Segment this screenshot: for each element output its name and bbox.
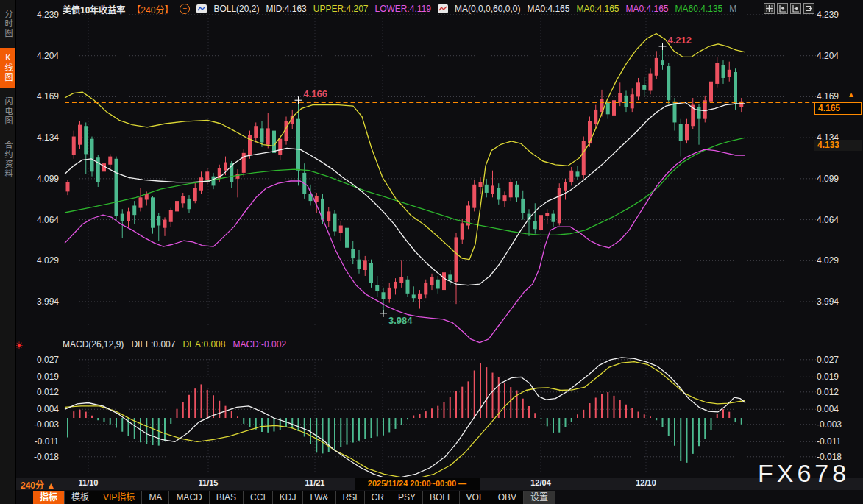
macd-header: MACD(26,12,9) DIFF:0.007 DEA:0.008 MACD:… [63, 339, 286, 349]
chart-canvas[interactable]: 4.1663.9844.212 [0, 0, 863, 477]
price-tick-left: 4.099 [21, 174, 59, 184]
toolbar-item-RSI[interactable]: RSI [336, 491, 365, 504]
toolbar-item-CCI[interactable]: CCI [244, 491, 273, 504]
timeframe-selector[interactable]: 240分 ▲ [21, 478, 55, 491]
macd-tick-right: 0.027 [817, 355, 855, 365]
macd-tick-right: 0.019 [817, 372, 855, 382]
price-tick-left: 4.029 [21, 255, 59, 266]
macd-tick-left: -0.003 [21, 419, 59, 430]
price-tick-right: 4.239 [817, 10, 855, 20]
price-tick-right: 4.029 [817, 255, 855, 266]
boll-lower-value: LOWER:4.119 [375, 4, 431, 14]
price-tick-left: 4.239 [21, 10, 59, 20]
current-price-line [65, 102, 846, 103]
toolbar-item-CR[interactable]: CR [365, 491, 391, 504]
macd-tick-left: 0.019 [21, 372, 59, 382]
svg-text:3.984: 3.984 [388, 315, 413, 326]
toolbar-item-OBV[interactable]: OBV [491, 491, 524, 504]
date-tick: 11/10 [71, 478, 106, 487]
popout-icon[interactable] [803, 3, 814, 14]
macd-macd-value: MACD:-0.002 [232, 339, 286, 349]
line-chart-icon [438, 4, 448, 13]
crosshair-icon[interactable] [764, 3, 775, 14]
toolbar-item-BIAS[interactable]: BIAS [210, 491, 244, 504]
axis-scale-up-icon[interactable] [777, 3, 788, 14]
boll-mid-value: MID:4.163 [266, 4, 306, 14]
toolbar-item-LW&[interactable]: LW& [303, 491, 335, 504]
price-tick-right: 4.204 [817, 51, 855, 61]
macd-tick-left: -0.018 [21, 452, 59, 462]
price-tick-left: 4.204 [21, 51, 59, 61]
toolbar-item-BOLL[interactable]: BOLL [423, 491, 460, 504]
watermark: FX678 [758, 459, 850, 488]
price-pane-header: 美债10年收益率 【240分】 − BOLL(20,2) MID:4.163 U… [63, 3, 736, 15]
toolbar-item-PSY[interactable]: PSY [391, 491, 423, 504]
macd-diff-value: DIFF:0.007 [131, 339, 175, 349]
ma-label: MA(0,0,0,60,0,0) [455, 4, 520, 14]
ma60-value: MA60:4.135 [675, 4, 723, 14]
boll-label: BOLL(20,2) [213, 4, 259, 14]
macd-tick-right: 0.012 [817, 387, 855, 397]
ma0-value-3: MA0:4.165 [625, 4, 668, 14]
minus-circle-icon[interactable]: − [180, 4, 190, 14]
macd-title: MACD(26,12,9) [63, 339, 124, 349]
trading-app: 4.1663.9844.212 分时图K线图闪电图合约资料 美债10年收益率 【… [0, 0, 863, 504]
macd-tick-right: -0.011 [817, 436, 855, 447]
toolbar-item-MACD[interactable]: MACD [169, 491, 209, 504]
toolbar-item-KDJ[interactable]: KDJ [273, 491, 304, 504]
macd-dea-value: DEA:0.008 [182, 339, 225, 349]
toolbar-item-模板[interactable]: 模板 [65, 491, 96, 504]
price-tick-left: 3.994 [21, 297, 59, 307]
svg-text:4.212: 4.212 [668, 35, 692, 46]
toolbar-item-VIP指标[interactable]: VIP指标 [96, 491, 142, 504]
price-tick-left: 4.134 [21, 132, 59, 143]
price-tick-left: 4.169 [21, 91, 59, 102]
indicator-toolbar: 指标模板VIP指标MAMACDBIASCCIKDJLW&RSICRPSYBOLL… [33, 491, 555, 504]
date-axis: 240分 ▲ 2025/11/24 20:00~00:00 — 11/1011/… [0, 478, 863, 490]
toolbar-item-设置[interactable]: 设置 [524, 491, 555, 504]
line-chart-icon [196, 4, 207, 13]
toolbar-item-指标[interactable]: 指标 [33, 491, 65, 504]
sidebar-tab-0[interactable]: 分时图 [0, 4, 15, 43]
price-tick-right: 4.099 [817, 174, 855, 184]
ma0-value-2: MA0:4.165 [576, 4, 619, 14]
sidebar-tab-2[interactable]: 闪电图 [0, 92, 15, 131]
sidebar-tab-1[interactable]: K线图 [0, 48, 15, 88]
date-tick: 12/10 [628, 478, 664, 487]
axis-scale-right-icon[interactable] [790, 3, 801, 14]
boll-upper-value: UPPER:4.207 [313, 4, 369, 14]
toolbar-item-MA[interactable]: MA [142, 491, 169, 504]
toolbar-item-VOL[interactable]: VOL [460, 491, 491, 504]
date-tick: 12/04 [523, 478, 558, 487]
date-tick: 11/21 [297, 478, 333, 487]
timeframe-label: 【240分】 [132, 3, 173, 15]
macd-tick-left: 0.027 [21, 355, 59, 365]
secondary-price-box: 4.133 [814, 140, 862, 151]
macd-tick-left: 0.004 [21, 404, 59, 414]
price-tick-right: 3.994 [817, 297, 855, 307]
sidebar-tab-3[interactable]: 合约资料 [0, 135, 15, 184]
price-tick-left: 4.064 [21, 215, 59, 225]
chart-window-controls [764, 3, 814, 14]
date-tick: 11/15 [191, 478, 226, 487]
sidebar: 分时图K线图闪电图合约资料 [0, 0, 16, 504]
price-tick-right: 4.064 [817, 215, 855, 225]
ma-truncated: M [729, 4, 736, 14]
symbol-title: 美债10年收益率 [63, 3, 125, 15]
price-up-arrow-icon: ▲ [848, 90, 855, 99]
session-highlight-label: 2025/11/24 20:00~00:00 — [355, 478, 480, 490]
macd-tick-right: 0.004 [817, 404, 855, 414]
macd-tick-right: -0.003 [817, 419, 855, 430]
macd-tick-left: -0.011 [21, 436, 59, 447]
current-price-box: 4.165 [814, 102, 862, 115]
macd-tick-left: 0.012 [21, 387, 59, 397]
svg-text:4.166: 4.166 [304, 88, 328, 99]
ma0-value-1: MA0:4.165 [527, 4, 569, 14]
